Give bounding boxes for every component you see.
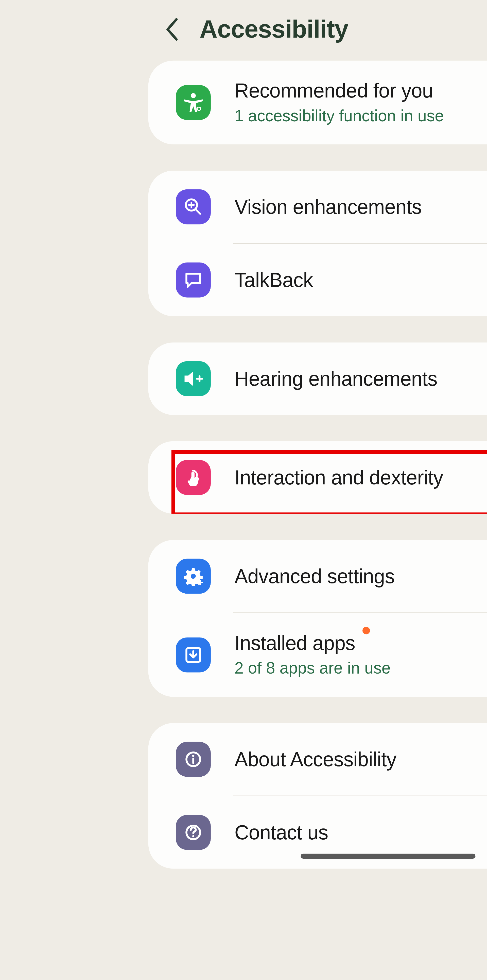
item-text: About Accessibility — [234, 746, 487, 771]
chevron-left-icon — [164, 16, 180, 41]
chat-icon — [176, 262, 211, 297]
accessibility-icon — [176, 85, 211, 120]
item-text: Interaction and dexterity — [234, 465, 487, 490]
item-hearing-enhancements[interactable]: Hearing enhancements — [148, 342, 487, 415]
card-interaction: Interaction and dexterity — [148, 441, 487, 514]
item-text: Contact us — [234, 819, 487, 845]
item-talkback[interactable]: TalkBack — [148, 243, 487, 316]
item-installed-apps[interactable]: Installed apps 2 of 8 apps are in use — [148, 613, 487, 697]
item-text: Hearing enhancements — [234, 366, 487, 391]
item-title: Vision enhancements — [234, 194, 487, 219]
download-icon — [176, 637, 211, 672]
item-subtitle: 1 accessibility function in use — [234, 106, 487, 127]
item-text: TalkBack — [234, 267, 487, 292]
item-vision-enhancements[interactable]: Vision enhancements — [148, 170, 487, 243]
item-title: Hearing enhancements — [234, 366, 487, 391]
notification-dot-icon — [363, 627, 370, 634]
navigation-handle[interactable] — [301, 853, 475, 858]
item-interaction-dexterity[interactable]: Interaction and dexterity — [148, 441, 487, 514]
card-about: About Accessibility Contact us — [148, 723, 487, 869]
svg-point-21 — [192, 835, 194, 837]
magnify-plus-icon — [176, 189, 211, 224]
svg-line-8 — [196, 209, 200, 213]
item-text: Installed apps 2 of 8 apps are in use — [234, 630, 487, 679]
item-recommended[interactable]: Recommended for you 1 accessibility func… — [148, 60, 487, 144]
item-text: Advanced settings — [234, 564, 487, 589]
help-icon — [176, 815, 211, 850]
gear-plus-icon — [176, 558, 211, 593]
item-advanced-settings[interactable]: Advanced settings — [148, 540, 487, 612]
card-hearing: Hearing enhancements — [148, 342, 487, 415]
back-button[interactable] — [160, 16, 184, 41]
item-subtitle: 2 of 8 apps are in use — [234, 658, 487, 679]
item-title: About Accessibility — [234, 746, 487, 771]
item-text: Recommended for you 1 accessibility func… — [234, 78, 487, 127]
item-title-text: Installed apps — [234, 632, 355, 654]
info-icon — [176, 741, 211, 776]
card-recommended: Recommended for you 1 accessibility func… — [148, 60, 487, 144]
item-title: Installed apps — [234, 630, 355, 655]
volume-plus-icon — [176, 361, 211, 396]
touch-icon — [176, 460, 211, 495]
item-title: TalkBack — [234, 267, 487, 292]
page-title: Accessibility — [200, 15, 487, 43]
svg-point-5 — [191, 93, 196, 98]
item-title: Contact us — [234, 819, 487, 845]
item-about-accessibility[interactable]: About Accessibility — [148, 723, 487, 795]
card-vision: Vision enhancements TalkBack — [148, 170, 487, 316]
card-advanced: Advanced settings Installed apps 2 of 8 … — [148, 540, 487, 697]
item-text: Vision enhancements — [234, 194, 487, 219]
item-title: Advanced settings — [234, 564, 487, 589]
item-title: Recommended for you — [234, 78, 487, 103]
svg-point-19 — [192, 754, 195, 757]
item-title: Interaction and dexterity — [234, 465, 487, 490]
app-header: Accessibility — [144, 0, 487, 60]
